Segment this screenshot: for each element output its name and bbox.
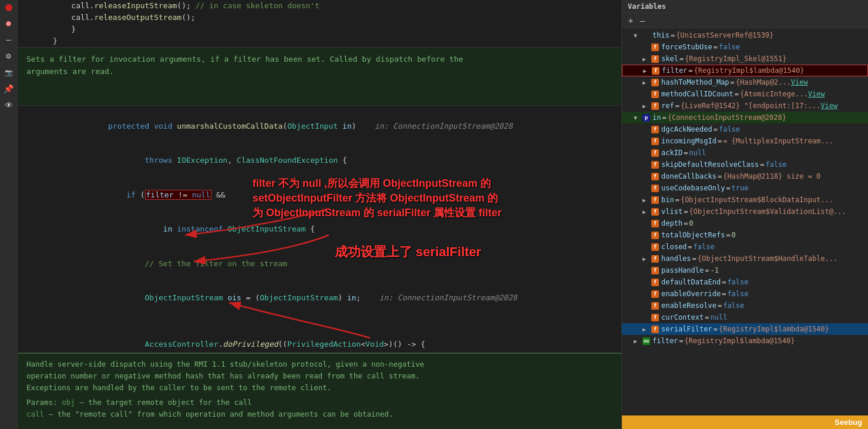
var-val-depth: 0	[689, 219, 693, 227]
var-link-methodCallID[interactable]: View	[808, 90, 825, 98]
var-name-depth: depth	[661, 219, 682, 227]
var-row-passHandle[interactable]: ▶ f passHandle = -1	[622, 264, 868, 276]
var-row-serialFilter[interactable]: ▶ f serialFilter = {RegistryImpl$lambda@…	[622, 323, 868, 335]
add-var-btn[interactable]: +	[625, 15, 637, 26]
expand-icon: ▶	[642, 56, 650, 62]
var-row-methodCallID[interactable]: ▶ f methodCallIDCount = {AtomicIntege...…	[622, 88, 868, 100]
var-val-vlist: {ObjectInputStream$ValidationList@...	[689, 207, 846, 216]
var-row-totalObjectRefs[interactable]: ▶ f totalObjectRefs = 0	[622, 229, 868, 241]
var-eq: =	[684, 219, 688, 227]
var-row-vlist[interactable]: ▶ f vlist = {ObjectInputStream$Validatio…	[622, 206, 868, 217]
var-row-enableOverride[interactable]: ▶ f enableOverride = false	[622, 288, 868, 300]
f-badge: f	[651, 79, 659, 86]
var-val-closed: false	[694, 243, 715, 251]
minus-var-btn[interactable]: –	[637, 15, 648, 26]
var-name-dgc: dgcAckNeeded	[661, 125, 712, 133]
expand-icon: ▶	[642, 209, 650, 215]
line-num	[23, 177, 44, 212]
var-val-handles: {ObjectInputStream$HandleTable...	[698, 254, 837, 263]
var-row-depth[interactable]: ▶ f depth = 0	[622, 217, 868, 229]
toolbar-icon-1[interactable]: ●	[3, 17, 15, 29]
var-val-skel: {RegistryImpl_Skel@1551}	[685, 55, 786, 63]
code-line: call.releaseInputStream(); // in case sk…	[18, 0, 621, 12]
f-badge: f	[651, 279, 659, 286]
toolbar-icon-3[interactable]: ⚙	[3, 50, 15, 62]
f-badge: f	[651, 290, 659, 298]
var-eq: =	[735, 90, 739, 98]
var-row-skel[interactable]: ▶ f skel = {RegistryImpl_Skel@1551}	[622, 53, 868, 65]
toolbar-icon-2[interactable]: –	[3, 33, 15, 45]
line-num	[23, 246, 44, 281]
code-line-access: AccessController.doPrivileged((Privilege…	[18, 327, 621, 353]
var-val-dgc: false	[719, 125, 740, 133]
var-eq: =	[718, 137, 722, 145]
toolbar-icon-6[interactable]: 👁	[3, 99, 15, 111]
f-badge: f	[651, 185, 659, 192]
var-row-forceStubUse[interactable]: ▶ f forceStubUse = false	[622, 41, 868, 53]
var-val-in: {ConnectionInputStream@2028}	[668, 113, 786, 122]
doc-text-bottom1: Handle server-side dispatch using the RM…	[26, 358, 613, 370]
var-row-doneCallbacks[interactable]: ▶ f doneCallbacks = {HashMap@2118} size …	[622, 170, 868, 182]
var-row-closed[interactable]: ▶ f closed = false	[622, 241, 868, 253]
var-row-ref[interactable]: ▶ f ref = {LiveRef@1542} "[endpoint:[17:…	[622, 100, 868, 112]
var-eq: =	[714, 325, 718, 333]
var-eq: =	[731, 78, 735, 86]
seebug-badge[interactable]: Seebug	[622, 415, 868, 429]
var-name-passHandle: passHandle	[661, 266, 704, 274]
var-row-ackID[interactable]: ▶ f ackID = null	[622, 147, 868, 159]
var-val-skipDefault: false	[765, 160, 786, 169]
top-code-area: call.releaseInputStream(); // in case sk…	[18, 0, 621, 47]
var-val-useCodebase: true	[732, 184, 749, 192]
expand-icon: ▶	[642, 103, 650, 109]
var-row-in[interactable]: ▼ p in = {ConnectionInputStream@2028}	[622, 112, 868, 123]
var-row-filter[interactable]: ▶ f filter = {RegistryImpl$lambda@1540}	[622, 65, 868, 76]
code-line-instanceof: in instanceof ObjectInputStream {	[18, 212, 621, 247]
var-name-vlist: vlist	[661, 207, 682, 216]
var-row-bin[interactable]: ▶ f bin = {ObjectInputStream$BlockDataIn…	[622, 194, 868, 206]
var-eq: =	[722, 278, 726, 286]
code-text: throws IOException, ClassNotFoundExcepti…	[53, 143, 347, 178]
f-badge: f	[651, 102, 659, 110]
code-line-if: if (filter != null &&	[18, 177, 621, 212]
var-row-handles[interactable]: ▶ f handles = {ObjectInputStream$HandleT…	[622, 253, 868, 264]
var-eq: =	[684, 207, 688, 216]
doc-text-bottom4: Params: obj – the target remote object f…	[26, 397, 613, 408]
var-name-incoming: incomingMsgId	[661, 137, 716, 145]
code-text: // Set the filter on the stream	[53, 246, 287, 281]
var-row-enableResolve[interactable]: ▶ f enableResolve = false	[622, 300, 868, 311]
var-val-forceStubUse: false	[719, 43, 740, 51]
var-val-methodCallID: {AtomicIntege...	[740, 90, 808, 98]
var-row-skipDefault[interactable]: ▶ f skipDefaultResolveClass = false	[622, 159, 868, 170]
var-val-defaultDataEnd: false	[727, 278, 748, 286]
doc-text-top: Sets a filter for invocation arguments, …	[26, 53, 613, 78]
var-row-hashToMethod[interactable]: ▶ f hashToMethod_Map = {HashMap@2... Vie…	[622, 76, 868, 88]
var-row-curContext[interactable]: ▶ f curContext = null	[622, 311, 868, 323]
code-line-empty	[18, 315, 621, 327]
line-num	[23, 24, 44, 35]
code-text: }	[53, 35, 58, 47]
var-eq: =	[675, 102, 679, 110]
var-row-defaultDataEnd[interactable]: ▶ f defaultDataEnd = false	[622, 276, 868, 288]
var-link-ref[interactable]: View	[820, 102, 837, 110]
var-row-dgc[interactable]: ▶ f dgcAckNeeded = false	[622, 123, 868, 135]
var-row-useCodebase[interactable]: ▶ f useCodebaseOnly = true	[622, 182, 868, 194]
var-row-incoming[interactable]: ▶ f incomingMsgId = = {MultiplexInputStr…	[622, 135, 868, 147]
code-panel: call.releaseInputStream(); // in case sk…	[18, 0, 621, 429]
var-eq: =	[688, 66, 692, 75]
line-num	[23, 35, 44, 47]
var-row-this[interactable]: ▼ f this = {UnicastServerRef@1539}	[622, 29, 868, 41]
var-link-hashToMethod[interactable]: View	[791, 78, 808, 86]
f-badge: f	[651, 208, 659, 216]
var-eq: =	[726, 184, 730, 192]
var-eq: =	[679, 337, 683, 345]
var-eq: =	[671, 31, 675, 39]
code-line-ois: ObjectInputStream ois = (ObjectInputStre…	[18, 281, 621, 316]
var-row-filter-oo[interactable]: ▶ oo filter = {RegistryImpl$lambda@1540}	[622, 335, 868, 347]
code-text: if (filter != null &&	[53, 177, 226, 212]
toolbar-icon-4[interactable]: 📷	[3, 66, 15, 78]
expand-icon: ▶	[642, 197, 650, 203]
var-name-filter: filter	[662, 66, 687, 75]
var-name-this: this	[652, 31, 669, 39]
toolbar-icon-5[interactable]: 📌	[3, 83, 15, 95]
var-eq: =	[679, 55, 684, 63]
